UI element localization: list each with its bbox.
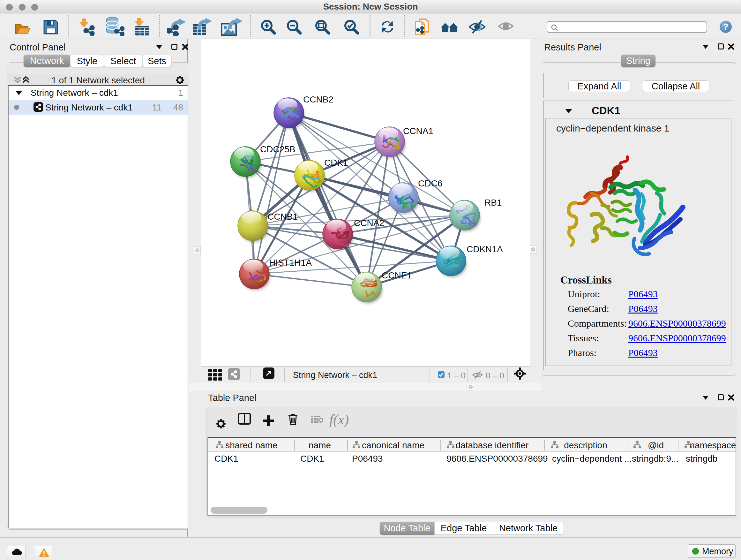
svg-text:CDC6: CDC6 — [418, 179, 442, 188]
svg-text:RB1: RB1 — [484, 198, 502, 207]
svg-text:CCNE1: CCNE1 — [382, 270, 412, 280]
svg-text:CDKN1A: CDKN1A — [467, 244, 503, 254]
svg-text:CCNB1: CCNB1 — [267, 212, 298, 222]
svg-text:CCNB2: CCNB2 — [303, 95, 333, 105]
svg-text:CCNA1: CCNA1 — [403, 126, 433, 136]
svg-text:CCNA2: CCNA2 — [354, 218, 384, 228]
svg-text:HIST1H1A: HIST1H1A — [269, 258, 312, 267]
svg-text:CDK1: CDK1 — [324, 158, 348, 168]
svg-text:CDC25B: CDC25B — [260, 144, 295, 154]
